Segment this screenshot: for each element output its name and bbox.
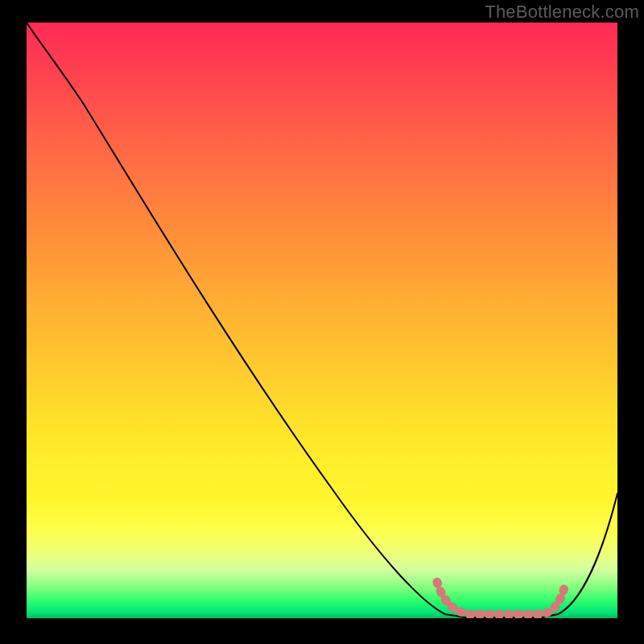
- watermark-text: TheBottleneck.com: [485, 2, 639, 23]
- trough-marker: [437, 582, 564, 614]
- bottleneck-curve: [27, 23, 617, 617]
- plot-area: [27, 23, 617, 618]
- chart-container: TheBottleneck.com: [0, 0, 644, 644]
- curve-svg: [27, 23, 617, 618]
